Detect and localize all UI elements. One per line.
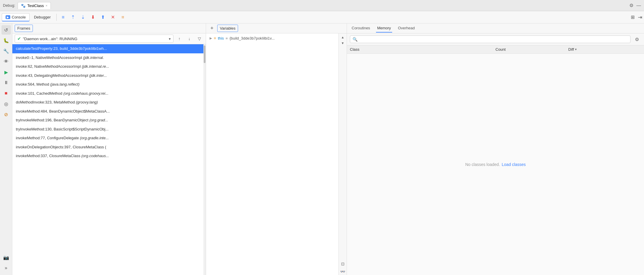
table-row[interactable]: invoke:62, NativeMethodAccessorImpl (jdk… — [12, 62, 206, 71]
var-scroll-down-button[interactable]: ▼ — [340, 40, 345, 46]
thread-label: "Daemon work...ain": RUNNING — [23, 37, 77, 41]
table-row[interactable]: doMethodInvoke:323, MetaMethod (groovy.l… — [12, 98, 206, 107]
sidebar-eye-button[interactable]: 👁 — [1, 57, 11, 66]
frames-toolbar: ✔ "Daemon work...ain": RUNNING ▾ ↑ ↓ ▽ — [12, 33, 206, 44]
sidebar-slash-button[interactable]: ⊘ — [1, 110, 11, 119]
variables-content: ▶ ≡ this = {build_3dde3b7pokIilbi1v... — [206, 33, 338, 275]
sidebar-toggle-icon[interactable]: ⇥ — [638, 14, 642, 21]
left-sidebar: ↺ 🐛 🔧 👁 ▶ ⏸ ■ ◎ ⊘ 📷 » — [0, 23, 12, 275]
frames-panel: Frames ✔ "Daemon work...ain": RUNNING ▾ … — [12, 23, 206, 275]
content-area: Frames ✔ "Daemon work...ain": RUNNING ▾ … — [12, 23, 644, 275]
sidebar-resume-button[interactable]: ▶ — [1, 67, 11, 77]
tab-icon: 🐾 — [21, 4, 26, 8]
var-scroll-up-button[interactable]: ▲ — [340, 35, 345, 40]
no-classes-text: No classes loaded. — [465, 162, 500, 167]
memory-settings-button[interactable]: ⚙ — [633, 35, 641, 43]
frames-scrollbar[interactable] — [203, 44, 206, 275]
tab-overhead[interactable]: Overhead — [397, 24, 416, 33]
frames-scrollbar-thumb — [204, 45, 205, 63]
sidebar-pause-button[interactable]: ⏸ — [1, 78, 11, 87]
step-over-button[interactable]: ⇡ — [68, 13, 78, 21]
memory-toolbar: 🔍 ⚙ — [347, 33, 644, 45]
tab-name: TestClass — [27, 4, 44, 8]
table-row[interactable]: invokeMethod:337, ClosureMetaClass (org.… — [12, 152, 206, 161]
debug-tab[interactable]: 🐾 TestClass × — [18, 2, 51, 9]
view-as-button[interactable]: 👓 — [339, 268, 346, 275]
variables-header: + Variables — [206, 23, 347, 33]
close-tab-button[interactable]: × — [45, 4, 47, 7]
rerun-button[interactable]: ≡ — [58, 13, 68, 21]
right-panel: Coroutines Memory Overhead 🔍 ⚙ Class — [347, 23, 644, 275]
variable-name: this — [218, 36, 224, 40]
settings-icon[interactable]: ⚙ — [629, 3, 633, 8]
variable-icon: ≡ — [214, 36, 216, 40]
right-tabs: Coroutines Memory Overhead — [347, 23, 644, 33]
console-play-icon: ▶ — [6, 15, 10, 19]
dropdown-arrow-icon: ▾ — [169, 37, 171, 41]
copy-value-button[interactable]: ⊡ — [339, 260, 346, 267]
table-row[interactable]: invokeMethod:77, ConfigureDelegate (org.… — [12, 134, 206, 143]
variables-panel: + Variables ▶ ≡ this = {build_3dde3b7pok… — [206, 23, 347, 275]
load-classes-link[interactable]: Load classes — [502, 162, 526, 167]
table-row[interactable]: invokeMethod:484, BeanDynamicObject$Meta… — [12, 107, 206, 116]
tab-memory[interactable]: Memory — [376, 24, 392, 33]
frames-panel-header: Frames — [12, 23, 206, 33]
frames-up-button[interactable]: ↑ — [175, 35, 183, 43]
table-row[interactable]: invokeOnDelegationObjects:397, ClosureMe… — [12, 143, 206, 152]
frames-tab[interactable]: Frames — [15, 25, 33, 32]
run-to-cursor-button[interactable]: ✕ — [108, 13, 118, 21]
sidebar-target-button[interactable]: ◎ — [1, 99, 11, 108]
table-row[interactable]: invoke:564, Method (java.lang.reflect) — [12, 80, 206, 89]
memory-empty-state: No classes loaded. Load classes — [347, 54, 644, 275]
main-toolbar: ▶ Console Debugger ≡ ⇡ ⇣ ⬇ ⬆ ✕ ⌗ ⊞ ⇥ — [0, 11, 644, 23]
add-variable-button[interactable]: + — [208, 25, 215, 32]
step-out-button[interactable]: ⬆ — [98, 13, 108, 21]
panels-row: Frames ✔ "Daemon work...ain": RUNNING ▾ … — [12, 23, 644, 275]
title-bar: Debug: 🐾 TestClass × ⚙ — — [0, 0, 644, 11]
column-class-header: Class — [350, 47, 495, 52]
table-row[interactable]: tryInvokeMethod:130, BasicScript$ScriptD… — [12, 125, 206, 134]
memory-search-input[interactable] — [359, 37, 628, 42]
thread-dropdown[interactable]: ✔ "Daemon work...ain": RUNNING ▾ — [15, 35, 173, 43]
table-row[interactable]: tryInvokeMethod:196, BeanDynamicObject (… — [12, 116, 206, 125]
debugger-label: Debugger — [34, 15, 51, 19]
title-bar-actions: ⚙ — — [629, 3, 641, 8]
table-row[interactable]: invoke0:-1, NativeMethodAccessorImpl (jd… — [12, 53, 206, 62]
table-row[interactable]: invoke:43, DelegatingMethodAccessorImpl … — [12, 71, 206, 80]
sidebar-bottom: 📷 » — [1, 253, 11, 275]
sidebar-bug-button[interactable]: 🐛 — [1, 36, 11, 45]
layout-button[interactable]: ⊞ — [628, 13, 637, 21]
minimize-icon[interactable]: — — [636, 3, 641, 8]
evaluate-button[interactable]: ⌗ — [118, 13, 128, 21]
column-diff-header: Diff ▾ — [568, 47, 641, 52]
sidebar-camera-button[interactable]: 📷 — [1, 253, 11, 262]
sort-arrow-icon[interactable]: ▾ — [575, 47, 577, 51]
memory-search-box[interactable]: 🔍 — [350, 35, 630, 43]
table-row[interactable]: calculateTestProperty:23, build_3dde3b7p… — [12, 44, 206, 53]
step-into-forced-button[interactable]: ⬇ — [88, 13, 98, 21]
step-into-button[interactable]: ⇣ — [78, 13, 88, 21]
variable-equals: = — [225, 36, 228, 40]
main-layout: ↺ 🐛 🔧 👁 ▶ ⏸ ■ ◎ ⊘ 📷 » Frames ✔ "Daemon w — [0, 23, 644, 275]
sidebar-stop-button[interactable]: ■ — [1, 89, 11, 98]
thread-status-icon: ✔ — [17, 36, 21, 41]
table-row[interactable]: invoke:101, CachedMethod (org.codehaus.g… — [12, 89, 206, 98]
memory-table-header: Class Count Diff ▾ — [347, 45, 644, 54]
variable-actions: ▲ ▼ ⊡ 👓 — [338, 33, 347, 275]
variable-this-item[interactable]: ▶ ≡ this = {build_3dde3b7pokIilbi1v... — [206, 35, 338, 42]
debug-label: Debug: — [3, 3, 15, 8]
debugger-tab-button[interactable]: Debugger — [30, 13, 55, 21]
frames-filter-button[interactable]: ▽ — [195, 35, 203, 43]
column-count-header: Count — [495, 47, 568, 52]
tab-coroutines[interactable]: Coroutines — [350, 24, 371, 33]
variable-value: {build_3dde3b7pokIilbi1v... — [230, 36, 275, 40]
sidebar-more-button[interactable]: » — [1, 263, 11, 273]
sidebar-refresh-button[interactable]: ↺ — [1, 25, 11, 35]
memory-content: 🔍 ⚙ Class Count Diff ▾ No — [347, 33, 644, 275]
console-tab-button[interactable]: ▶ Console — [2, 13, 30, 21]
diff-label: Diff — [568, 47, 574, 52]
console-label: Console — [12, 15, 26, 19]
sidebar-wrench-button[interactable]: 🔧 — [1, 46, 11, 56]
frames-down-button[interactable]: ↓ — [185, 35, 193, 43]
variables-tab[interactable]: Variables — [217, 25, 238, 32]
